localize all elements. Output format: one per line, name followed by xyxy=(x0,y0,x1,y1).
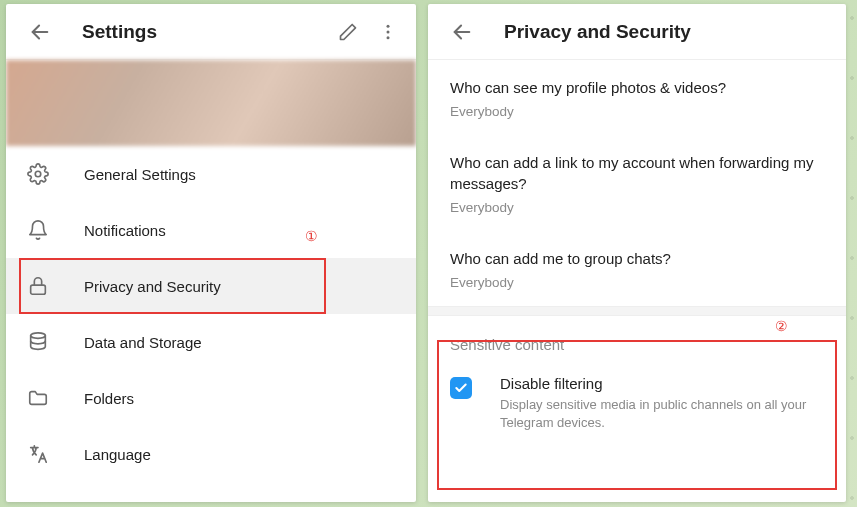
profile-banner[interactable] xyxy=(6,60,416,146)
privacy-value: Everybody xyxy=(450,275,824,290)
menu-item-data-storage[interactable]: Data and Storage xyxy=(6,314,416,370)
database-icon xyxy=(26,330,50,354)
menu-item-language[interactable]: Language xyxy=(6,426,416,482)
privacy-header: Privacy and Security xyxy=(428,4,846,60)
bell-icon xyxy=(26,218,50,242)
disable-filtering-desc: Display sensitive media in public channe… xyxy=(500,396,824,432)
privacy-title: Privacy and Security xyxy=(504,21,838,43)
pencil-icon xyxy=(338,22,358,42)
menu-item-notifications[interactable]: Notifications xyxy=(6,202,416,258)
disable-filtering-row[interactable]: Disable filtering Display sensitive medi… xyxy=(428,361,846,452)
more-vertical-icon xyxy=(378,22,398,42)
menu-label: Language xyxy=(84,446,151,463)
privacy-panel: Privacy and Security Who can see my prof… xyxy=(428,4,846,502)
menu-label: General Settings xyxy=(84,166,196,183)
menu-item-folders[interactable]: Folders xyxy=(6,370,416,426)
svg-point-3 xyxy=(387,36,390,39)
menu-label: Privacy and Security xyxy=(84,278,221,295)
privacy-body: Who can see my profile photos & videos? … xyxy=(428,60,846,502)
gear-icon xyxy=(26,162,50,186)
back-button[interactable] xyxy=(20,12,60,52)
privacy-question: Who can add a link to my account when fo… xyxy=(450,153,824,194)
arrow-left-icon xyxy=(451,21,473,43)
back-button[interactable] xyxy=(442,12,482,52)
disable-filtering-label: Disable filtering xyxy=(500,375,824,392)
edit-button[interactable] xyxy=(328,12,368,52)
check-icon xyxy=(454,381,468,395)
menu-item-privacy[interactable]: Privacy and Security xyxy=(6,258,416,314)
privacy-value: Everybody xyxy=(450,200,824,215)
settings-title: Settings xyxy=(82,21,328,43)
privacy-row-profile-photos[interactable]: Who can see my profile photos & videos? … xyxy=(428,60,846,135)
privacy-question: Who can add me to group chats? xyxy=(450,249,824,269)
svg-point-4 xyxy=(35,171,41,177)
svg-point-6 xyxy=(31,333,46,339)
svg-point-2 xyxy=(387,30,390,33)
language-icon xyxy=(26,442,50,466)
privacy-value: Everybody xyxy=(450,104,824,119)
menu-item-general[interactable]: General Settings xyxy=(6,146,416,202)
annotation-number-1: ① xyxy=(305,228,318,244)
svg-point-1 xyxy=(387,24,390,27)
arrow-left-icon xyxy=(29,21,51,43)
menu-label: Folders xyxy=(84,390,134,407)
lock-icon xyxy=(26,274,50,298)
privacy-row-group-chats[interactable]: Who can add me to group chats? Everybody xyxy=(428,231,846,306)
disable-filtering-checkbox[interactable] xyxy=(450,377,472,399)
settings-panel: Settings General Settings xyxy=(6,4,416,502)
annotation-number-2: ② xyxy=(775,318,788,334)
privacy-question: Who can see my profile photos & videos? xyxy=(450,78,824,98)
menu-label: Notifications xyxy=(84,222,166,239)
svg-rect-5 xyxy=(31,285,46,294)
privacy-row-forward-link[interactable]: Who can add a link to my account when fo… xyxy=(428,135,846,231)
settings-header: Settings xyxy=(6,4,416,60)
folder-icon xyxy=(26,386,50,410)
menu-label: Data and Storage xyxy=(84,334,202,351)
more-button[interactable] xyxy=(368,12,408,52)
settings-menu: General Settings Notifications Privacy a… xyxy=(6,146,416,502)
section-divider xyxy=(428,306,846,316)
